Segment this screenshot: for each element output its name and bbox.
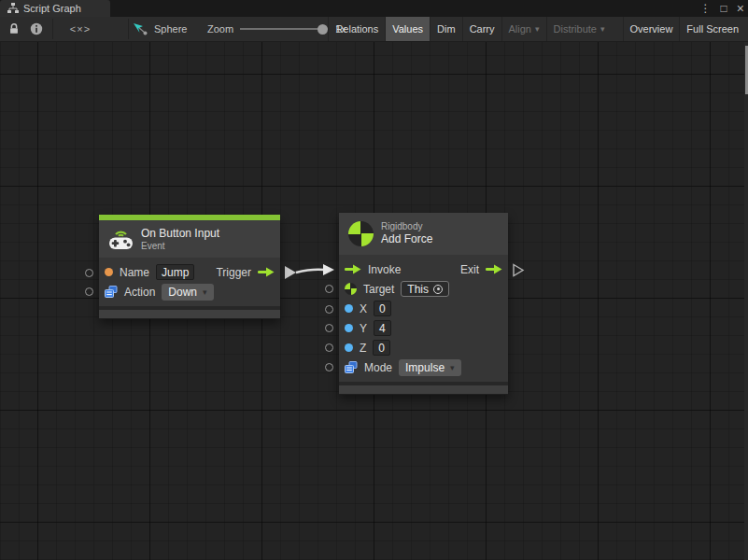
- info-button[interactable]: [26, 17, 47, 41]
- node-footer: [339, 385, 508, 395]
- zoom-slider-track: [240, 28, 329, 30]
- float-port-icon: [345, 304, 353, 313]
- chevron-down-icon: ▾: [450, 363, 455, 372]
- node-header[interactable]: On Button Input Event: [99, 220, 280, 258]
- node-supertitle: Rigidbody: [381, 221, 432, 232]
- y-input[interactable]: 4: [374, 320, 391, 336]
- tab-title: Script Graph: [23, 3, 81, 14]
- relations-button[interactable]: Relations: [328, 17, 385, 41]
- trigger-label: Trigger: [216, 266, 251, 279]
- info-icon: [30, 22, 43, 35]
- x-port[interactable]: [325, 305, 333, 314]
- wire-arrowhead-icon: [323, 264, 334, 275]
- script-graph-window: Script Graph ⋮ □ × <×>: [0, 0, 748, 560]
- chevron-down-icon: ▾: [535, 24, 540, 34]
- node-add-force[interactable]: Rigidbody Add Force Invoke Exit: [339, 213, 508, 395]
- name-input[interactable]: Jump: [156, 264, 194, 280]
- action-dropdown[interactable]: Down ▾: [162, 284, 213, 301]
- port-row-target: Target This: [339, 279, 508, 299]
- node-title: Add Force: [381, 232, 432, 246]
- chevron-down-icon: ▾: [203, 287, 207, 297]
- fullscreen-button[interactable]: Full Screen: [679, 17, 745, 41]
- mode-port[interactable]: [325, 363, 333, 371]
- action-port[interactable]: [85, 287, 93, 296]
- node-header[interactable]: Rigidbody Add Force: [339, 213, 508, 255]
- enum-port-icon: [345, 361, 358, 373]
- code-view-button[interactable]: <×>: [58, 17, 103, 41]
- lock-button[interactable]: [4, 17, 24, 41]
- overview-button[interactable]: Overview: [623, 17, 680, 41]
- flow-in-arrow-icon[interactable]: [345, 264, 361, 274]
- graph-breadcrumb[interactable]: Sphere: [133, 17, 187, 41]
- port-row-x: X 0: [339, 299, 508, 318]
- z-port[interactable]: [325, 343, 333, 352]
- code-icon: <×>: [70, 23, 91, 35]
- chevron-down-icon: ▾: [600, 24, 605, 34]
- carry-button[interactable]: Carry: [462, 17, 501, 41]
- vertical-scrollbar[interactable]: [744, 42, 748, 560]
- mode-dropdown[interactable]: Impulse ▾: [399, 359, 461, 376]
- tab-script-graph[interactable]: Script Graph: [0, 0, 110, 17]
- port-row-name: Name Jump Trigger: [99, 262, 280, 282]
- zoom-slider-handle[interactable]: [318, 24, 328, 35]
- rigidbody-icon: [348, 221, 374, 246]
- flow-out-arrow-icon[interactable]: [486, 264, 502, 274]
- port-row-mode: Mode Impulse ▾: [339, 357, 508, 377]
- toolbar-divider: [128, 19, 129, 39]
- graph-name: Sphere: [154, 23, 187, 35]
- node-title: On Button Input: [141, 227, 219, 241]
- exit-label: Exit: [460, 263, 479, 276]
- node-body: Name Jump Trigger: [99, 258, 280, 306]
- maximize-icon[interactable]: □: [721, 0, 727, 17]
- graph-icon: [7, 3, 19, 14]
- x-input[interactable]: 0: [374, 301, 391, 316]
- gamepad-event-icon: [108, 228, 134, 250]
- zoom-control: Zoom 1x: [207, 17, 346, 41]
- distribute-button[interactable]: Distribute ▾: [546, 17, 612, 41]
- object-picker-icon[interactable]: [433, 285, 443, 294]
- target-this-chip[interactable]: This: [401, 281, 449, 297]
- zoom-slider[interactable]: [240, 23, 329, 35]
- port-row-action: Action Down ▾: [99, 282, 280, 301]
- titlebar: Script Graph ⋮ □ ×: [0, 0, 748, 17]
- toolbar: <×> Sphere Zoom 1x Relations Values: [0, 17, 748, 42]
- rigidbody-port-icon: [345, 283, 357, 295]
- port-row-z: Z 0: [339, 338, 508, 357]
- graph-canvas[interactable]: On Button Input Event Name Jump Trigger: [0, 42, 748, 560]
- float-port-icon: [345, 343, 353, 352]
- lock-icon: [7, 22, 21, 35]
- string-port-icon: [105, 268, 113, 276]
- node-footer: [99, 310, 280, 319]
- y-port[interactable]: [325, 324, 333, 332]
- exit-output-triangle[interactable]: [512, 263, 525, 277]
- values-button[interactable]: Values: [385, 17, 430, 41]
- align-button[interactable]: Align ▾: [501, 17, 546, 41]
- node-subtitle: Event: [141, 241, 219, 252]
- node-on-button-input[interactable]: On Button Input Event Name Jump Trigger: [99, 215, 280, 319]
- toolbar-divider: [52, 19, 53, 39]
- enum-port-icon: [105, 286, 118, 298]
- z-input[interactable]: 0: [373, 340, 390, 356]
- zoom-label: Zoom: [207, 23, 233, 35]
- trigger-output-triangle[interactable]: [285, 266, 296, 279]
- toolbar-button-group: Relations Values Dim Carry Align ▾ Distr…: [328, 17, 745, 41]
- port-row-invoke: Invoke Exit: [339, 259, 508, 279]
- close-icon[interactable]: ×: [737, 0, 744, 17]
- node-body: Invoke Exit Target This: [339, 255, 508, 382]
- name-port[interactable]: [85, 269, 93, 277]
- window-menu-icon[interactable]: ⋮: [700, 0, 712, 17]
- target-port[interactable]: [325, 285, 333, 293]
- port-row-y: Y 4: [339, 318, 508, 338]
- graph-pointer-icon: [133, 22, 148, 36]
- window-controls: ⋮ □ ×: [700, 0, 744, 17]
- flow-arrow-icon[interactable]: [258, 267, 275, 277]
- dim-button[interactable]: Dim: [430, 17, 462, 41]
- float-port-icon: [345, 324, 353, 332]
